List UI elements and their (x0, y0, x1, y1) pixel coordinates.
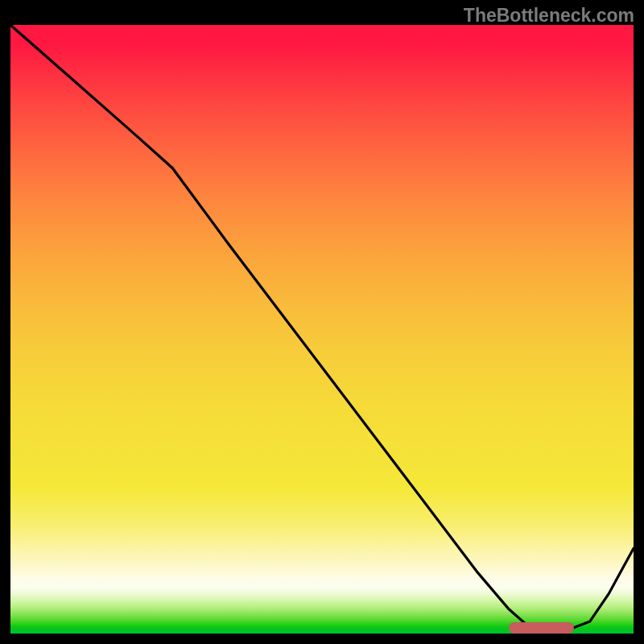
optimal-range-marker (509, 622, 574, 634)
heatmap-gradient (10, 25, 634, 634)
chart-plot-area (10, 25, 634, 634)
watermark-text: TheBottleneck.com (464, 5, 634, 27)
